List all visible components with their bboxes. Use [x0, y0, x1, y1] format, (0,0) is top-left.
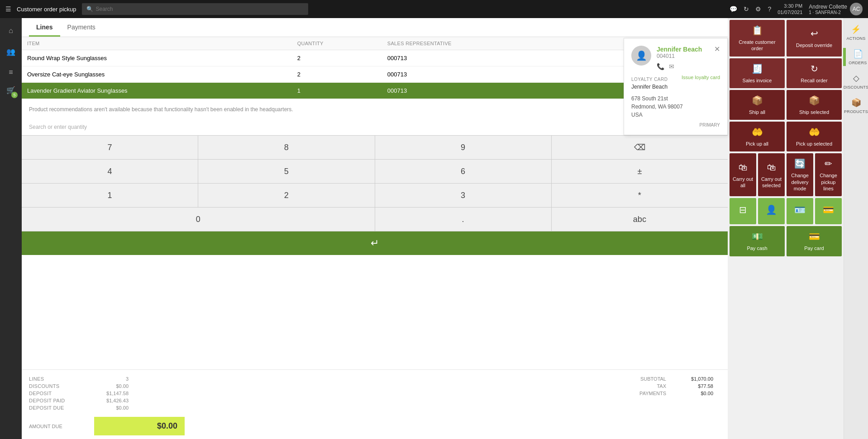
sidebar-orders[interactable]: 📄 ORDERS — [847, 46, 868, 68]
tile-pay-card[interactable]: 💳 Pay card — [787, 226, 842, 256]
menu-icon[interactable]: ☰ — [5, 5, 11, 13]
items-table: ITEM QUANTITY SALES REPRESENTATIVE TOTAL… — [22, 37, 728, 99]
tile-btn3[interactable]: 🪪 — [787, 198, 813, 224]
tab-lines[interactable]: Lines — [29, 18, 60, 37]
search-bar[interactable]: 🔍 — [82, 3, 308, 15]
tile-btn2[interactable]: 👤 — [758, 198, 785, 224]
numpad-key-2[interactable]: 2 — [198, 184, 374, 207]
sidebar-actions[interactable]: ⚡ ACTIONS — [844, 22, 867, 43]
recall-order-label: Recall order — [801, 77, 827, 84]
loyalty-name: Jennifer Beach — [631, 84, 720, 90]
email-icon[interactable]: ✉ — [669, 63, 674, 70]
btn3-icon: 🪪 — [794, 204, 806, 216]
tile-carry-out-selected[interactable]: 🛍 Carry out selected — [758, 153, 785, 196]
tile-sales-invoice[interactable]: 🧾 Sales invoice — [730, 58, 785, 88]
sidebar-products[interactable]: 📦 PRODUCTS — [842, 95, 868, 117]
app-title: Customer order pickup — [17, 6, 76, 13]
subtotal-label: SUBTOTAL — [640, 376, 666, 382]
sidebar-item-home[interactable]: ⌂ — [2, 22, 20, 40]
numpad-key-x[interactable]: . — [375, 208, 551, 231]
help-icon[interactable]: ? — [768, 5, 771, 13]
col-header-rep: SALES REPRESENTATIVE — [382, 37, 564, 50]
numpad-key-7[interactable]: 7 — [22, 136, 198, 159]
items-table-wrapper: ITEM QUANTITY SALES REPRESENTATIVE TOTAL… — [22, 37, 728, 99]
customer-loyalty-section: LOYALTY CARD Issue loyalty card Jennifer… — [631, 75, 720, 90]
tile-ship-selected[interactable]: 📦 Ship selected — [787, 90, 842, 120]
sales-invoice-label: Sales invoice — [743, 77, 772, 84]
sidebar-discounts[interactable]: ◇ DISCOUNTS — [842, 71, 868, 92]
tile-btn1[interactable]: ⊟ — [730, 198, 756, 224]
ship-selected-label: Ship selected — [799, 109, 829, 115]
change-delivery-mode-label: Change delivery mode — [789, 172, 811, 192]
carry-out-all-icon: 🛍 — [739, 161, 748, 173]
tab-payments[interactable]: Payments — [60, 18, 103, 37]
customer-close-button[interactable]: ✕ — [714, 46, 720, 53]
orders-sidebar-item-wrapper: 📄 ORDERS — [843, 46, 868, 68]
numpad-key-9[interactable]: 9 — [375, 136, 551, 159]
tile-btn4[interactable]: 💳 — [815, 198, 842, 224]
tile-change-pickup-lines[interactable]: ✏ Change pickup lines — [815, 153, 842, 196]
numpad-key-x[interactable]: ⌫ — [552, 136, 728, 159]
change-pickup-lines-icon: ✏ — [825, 158, 832, 170]
cart-badge: 5 — [11, 92, 17, 98]
tile-create-customer-order[interactable]: 📋 Create customer order — [730, 20, 785, 57]
loyalty-label: LOYALTY CARD — [631, 77, 668, 82]
table-row[interactable]: Oversize Cat-eye Sunglasses 2 000713 $42… — [22, 66, 728, 83]
chat-icon[interactable]: 💬 — [730, 5, 737, 13]
numpad-key-1[interactable]: 1 — [22, 184, 198, 207]
pick-up-selected-label: Pick up selected — [796, 141, 832, 147]
deposit-label: DEPOSIT — [29, 391, 92, 396]
deposit-override-icon: ↩ — [811, 28, 818, 39]
settings-icon[interactable]: ⚙ — [755, 5, 761, 13]
ship-all-icon: 📦 — [752, 94, 763, 106]
numpad-key-abc[interactable]: abc — [552, 208, 728, 231]
table-row[interactable]: Round Wrap Style Sunglasses 2 000713 $52… — [22, 50, 728, 66]
customer-address: 678 South 21st Redmond, WA 98007 USA — [631, 94, 720, 119]
subtotal-value: $1,070.00 — [677, 376, 713, 382]
sidebar-item-customers[interactable]: 👥 — [2, 42, 20, 61]
create-customer-order-label: Create customer order — [732, 39, 782, 52]
numpad-key-0[interactable]: 0 — [22, 208, 375, 231]
sidebar-item-cart[interactable]: 🛒 5 — [2, 84, 20, 102]
amount-due-row: AMOUNT DUE $0.00 — [29, 413, 720, 439]
tile-ship-all[interactable]: 📦 Ship all — [730, 90, 785, 120]
tile-recall-order[interactable]: ↻ Recall order — [787, 58, 842, 88]
discounts-label: DISCOUNTS — [844, 85, 868, 90]
numpad-key-x[interactable]: ± — [552, 160, 728, 183]
tile-change-delivery-mode[interactable]: 🔄 Change delivery mode — [787, 153, 813, 196]
orders-active-indicator — [843, 48, 846, 66]
issue-loyalty-card-link[interactable]: Issue loyalty card — [682, 75, 720, 80]
refresh-icon[interactable]: ↻ — [744, 5, 749, 13]
numpad-key-3[interactable]: 3 — [375, 184, 551, 207]
numpad-key-8[interactable]: 8 — [198, 136, 374, 159]
tile-carry-out-all[interactable]: 🛍 Carry out all — [730, 153, 756, 196]
sidebar-item-menu[interactable]: ≡ — [2, 63, 20, 81]
numpad-key-5[interactable]: 5 — [198, 160, 374, 183]
payments-label: PAYMENTS — [639, 391, 666, 396]
change-pickup-lines-label: Change pickup lines — [818, 172, 839, 192]
table-row[interactable]: Lavender Gradient Aviator Sunglasses 1 0… — [22, 83, 728, 99]
tile-deposit-override[interactable]: ↩ Deposit override — [787, 20, 842, 57]
numpad: 789⌫456±123*0.abc↵ — [22, 135, 728, 255]
numpad-key-x[interactable]: ↵ — [22, 231, 728, 255]
discounts-value: $0.00 — [92, 383, 129, 389]
pay-card-label: Pay card — [804, 245, 824, 251]
item-rep: 000713 — [382, 83, 564, 99]
topbar-user: Andrew Collette 1 · SANFRAN-2 AC — [809, 3, 863, 15]
tile-pay-cash[interactable]: 💵 Pay cash — [730, 226, 785, 256]
numpad-key-4[interactable]: 4 — [22, 160, 198, 183]
item-name: Round Wrap Style Sunglasses — [22, 50, 292, 66]
phone-icon[interactable]: 📞 — [657, 63, 664, 70]
tile-pick-up-selected[interactable]: 🤲 Pick up selected — [787, 122, 842, 151]
recall-order-icon: ↻ — [811, 63, 818, 75]
customer-avatar: 👤 — [631, 46, 651, 66]
search-input[interactable] — [96, 6, 304, 12]
customer-contact-icons: 📞 ✉ — [657, 63, 702, 70]
numpad-key-6[interactable]: 6 — [375, 160, 551, 183]
ship-all-label: Ship all — [749, 109, 765, 115]
col-header-item: ITEM — [22, 37, 292, 50]
carry-out-selected-label: Carry out selected — [761, 176, 782, 189]
avatar: AC — [850, 3, 863, 15]
numpad-key-x[interactable]: * — [552, 184, 728, 207]
tile-pick-up-all[interactable]: 🤲 Pick up all — [730, 122, 785, 151]
